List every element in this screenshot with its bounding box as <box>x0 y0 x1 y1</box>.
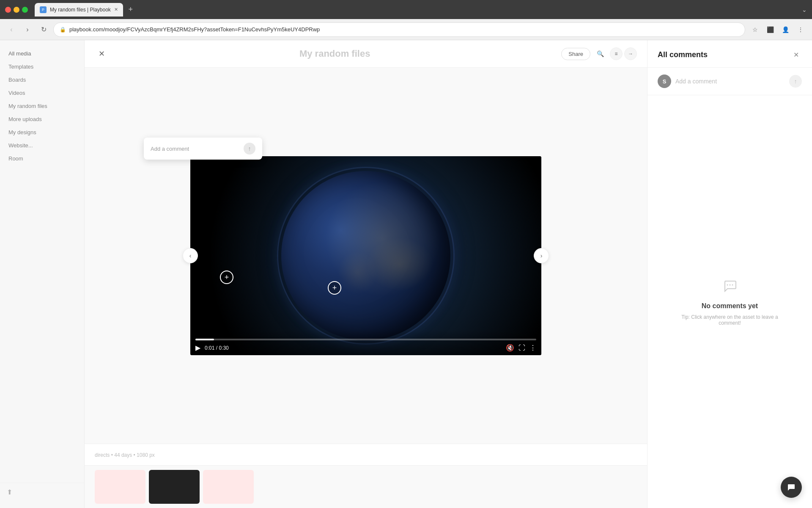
search-button[interactable]: 🔍 <box>594 47 606 60</box>
back-button[interactable]: ‹ <box>5 23 18 36</box>
sidebar-bottom: ⬆ <box>0 483 84 501</box>
controls-right: 🔇 ⛶ ⋮ <box>506 344 536 352</box>
window-minimize-button[interactable] <box>14 7 19 13</box>
tab-favicon: P <box>40 6 47 13</box>
window-controls <box>5 7 28 13</box>
tab-bar: P My random files | Playbook ✕ + <box>35 3 798 17</box>
cast-button[interactable]: ⬛ <box>764 23 776 36</box>
comment-input-field[interactable] <box>675 78 785 85</box>
empty-comments-title: No comments yet <box>702 302 758 310</box>
earth-atmosphere <box>277 167 455 345</box>
address-bar[interactable]: 🔒 playbook.com/moodjoy/FCVyAzcBqmrYEfj4Z… <box>53 22 745 37</box>
comments-empty-state: No comments yet Tip: Click anywhere on t… <box>647 95 812 508</box>
sidebar-item-random-files[interactable]: My random files <box>0 99 84 113</box>
progress-fill <box>195 339 214 340</box>
video-content <box>190 156 541 355</box>
new-tab-button[interactable]: + <box>125 4 137 16</box>
comment-send-button[interactable]: ↑ <box>789 75 802 88</box>
tab-close-button[interactable]: ✕ <box>114 7 118 12</box>
close-button[interactable]: ✕ <box>95 47 108 61</box>
empty-comments-icon <box>721 278 738 298</box>
share-button[interactable]: Share <box>561 48 590 60</box>
video-container: ‹ + + <box>85 68 647 444</box>
comments-close-button[interactable]: ✕ <box>790 49 802 61</box>
comments-title: All comments <box>658 50 708 59</box>
fullscreen-button[interactable]: ⛶ <box>518 344 525 352</box>
profile-button[interactable]: 👤 <box>779 23 792 36</box>
sidebar-item-my-designs[interactable]: My designs <box>0 126 84 139</box>
comment-marker-1[interactable]: + <box>220 271 233 284</box>
controls-row: ▶ 0:01 / 0:30 🔇 ⛶ ⋮ <box>195 344 536 352</box>
svg-point-2 <box>732 284 733 285</box>
time-display: 0:01 / 0:30 <box>205 345 229 351</box>
comments-header: All comments ✕ <box>647 40 812 68</box>
tab-expand-icon: ⌄ <box>802 6 807 13</box>
window-close-button[interactable] <box>5 7 11 13</box>
video-player[interactable]: + + ▶ 0:01 / 0:30 🔇 <box>190 156 541 355</box>
window-maximize-button[interactable] <box>22 7 28 13</box>
thumbnail-strip <box>85 465 647 508</box>
bookmark-button[interactable]: ☆ <box>749 23 761 36</box>
thumbnail-1[interactable] <box>95 470 145 504</box>
thumbnail-3[interactable] <box>203 470 254 504</box>
menu-button[interactable]: ⋮ <box>794 23 807 36</box>
nav-next-button[interactable]: → <box>624 47 637 60</box>
prev-asset-button[interactable]: ‹ <box>183 248 198 263</box>
content-topbar: ✕ My random files Share 🔍 ≡ → <box>85 40 647 68</box>
main-content: ✕ My random files Share 🔍 ≡ → ‹ <box>85 40 647 508</box>
commenter-avatar: S <box>658 75 671 88</box>
sidebar-item-website[interactable]: Website... <box>0 139 84 152</box>
asset-info: directs • 44 days • 1080 px <box>95 452 155 458</box>
topbar-actions: Share 🔍 ≡ → <box>561 47 637 60</box>
lock-icon: 🔒 <box>60 27 66 33</box>
chat-support-button[interactable] <box>781 477 802 498</box>
forward-button[interactable]: › <box>21 23 34 36</box>
active-tab[interactable]: P My random files | Playbook ✕ <box>35 3 123 17</box>
image-comment-input[interactable]: Add a comment <box>151 146 239 152</box>
svg-point-1 <box>729 284 730 285</box>
play-button[interactable]: ▶ <box>195 344 200 352</box>
next-asset-button[interactable]: › <box>534 248 549 263</box>
tab-title: My random files | Playbook <box>50 7 111 13</box>
sidebar-item-room[interactable]: Room <box>0 152 84 165</box>
image-comment-submit[interactable]: ↑ <box>244 143 255 155</box>
sidebar-item-videos[interactable]: Videos <box>0 86 84 99</box>
bottom-area: directs • 44 days • 1080 px <box>85 444 647 465</box>
svg-point-0 <box>727 284 728 285</box>
sidebar: All media Templates Boards Videos My ran… <box>0 40 85 508</box>
image-comment-bubble: Add a comment ↑ <box>144 138 262 160</box>
comment-input-row: S ↑ <box>647 68 812 95</box>
comment-marker-2[interactable]: + <box>328 281 341 295</box>
page-title: My random files <box>115 48 554 59</box>
reload-button[interactable]: ↻ <box>37 23 50 36</box>
empty-comments-tip: Tip: Click anywhere on the asset to leav… <box>679 314 781 326</box>
sidebar-item-templates[interactable]: Templates <box>0 60 84 73</box>
thumbnail-2[interactable] <box>149 470 200 504</box>
comments-panel: All comments ✕ S ↑ No comments yet Tip: … <box>647 40 812 508</box>
more-options-button[interactable]: ⋮ <box>529 344 536 352</box>
settings-icon: ⬆ <box>7 489 12 496</box>
video-controls: ▶ 0:01 / 0:30 🔇 ⛶ ⋮ <box>190 330 541 355</box>
progress-bar[interactable] <box>195 339 536 340</box>
nav-arrows: ≡ → <box>610 47 637 60</box>
toolbar-actions: ☆ ⬛ 👤 ⋮ <box>749 23 807 36</box>
address-text: playbook.com/moodjoy/FCVyAzcBqmrYEfj4ZRM… <box>69 26 739 33</box>
sidebar-item-all-media[interactable]: All media <box>0 47 84 60</box>
sidebar-item-boards[interactable]: Boards <box>0 73 84 86</box>
sidebar-item-more-uploads[interactable]: More uploads <box>0 113 84 126</box>
nav-list-button[interactable]: ≡ <box>610 47 623 60</box>
mute-button[interactable]: 🔇 <box>506 344 514 352</box>
